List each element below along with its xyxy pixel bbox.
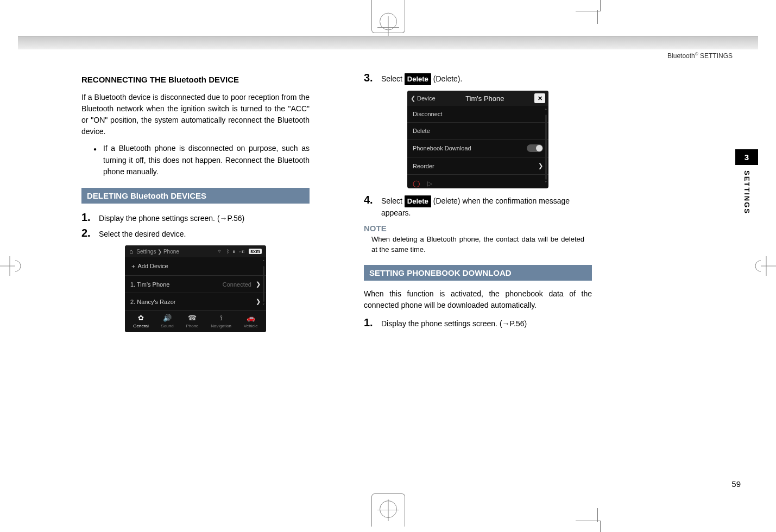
side-registration-left	[0, 250, 22, 282]
paragraph-reconnect: If a Bluetooth device is disconnected du…	[81, 92, 310, 137]
chevron-left-icon: ❮	[411, 95, 415, 102]
crop-mark	[597, 10, 607, 24]
home-icon[interactable]: ⌂	[129, 248, 133, 255]
scrollbar[interactable]: ˄˅	[544, 108, 547, 186]
tab-vehicle[interactable]: 🚗Vehicle	[244, 314, 258, 328]
gear-icon: ✿	[133, 314, 148, 322]
registration-cross-h-bottom	[377, 510, 399, 510]
note-body: When deleting a Bluetooth phone, the con…	[364, 233, 592, 255]
device-row-2[interactable]: 2. Nancy's Razor❯	[125, 293, 266, 311]
source-icon: ▷	[427, 180, 432, 187]
chevron-down-icon: ˅	[262, 303, 265, 308]
crop-mark	[576, 521, 601, 532]
chapter-number: 3	[735, 149, 758, 165]
bottom-bar-hint: ◯▷	[407, 175, 548, 188]
delete-button-label: Delete	[405, 73, 431, 85]
phone-icon: ☎	[186, 314, 198, 322]
registration-cross-v-bottom	[388, 499, 388, 521]
side-registration-right	[754, 250, 776, 282]
delete-button-label: Delete	[405, 195, 431, 207]
step-4: 4.Select Delete (Delete) when the confir…	[364, 194, 592, 219]
header-gradient	[18, 36, 758, 49]
chevron-right-icon: ❯	[256, 281, 261, 288]
heading-reconnecting: RECONNECTING THE Bluetooth DEVICE	[81, 75, 310, 84]
paragraph-phonebook: When this function is activated, the pho…	[364, 288, 592, 311]
step-1b: 1.Display the phone settings screen. (→P…	[364, 316, 592, 330]
chevron-up-icon: ˄	[262, 259, 265, 265]
chevron-right-icon: ❯	[256, 298, 261, 305]
chevron-right-icon: ❯	[538, 162, 543, 169]
screenshot-phone-settings: ⌂ Settings ❯ Phone ᯤ ᛒ ▮ ▫◧ sxm ＋ Add De…	[125, 245, 266, 332]
running-head: Bluetooth® SETTINGS	[667, 52, 733, 60]
tab-general[interactable]: ✿General	[133, 314, 148, 328]
tab-sound[interactable]: 🔊Sound	[161, 314, 174, 328]
heading-deleting: DELETING Bluetooth DEVICES	[81, 188, 310, 204]
heading-phonebook-download: SETTING PHONEBOOK DOWNLOAD	[364, 265, 592, 281]
breadcrumb: Settings ❯ Phone	[136, 249, 214, 255]
screenshot-device-menu: ❮Device Tim's Phone ✕ Disconnect Delete …	[407, 91, 548, 188]
close-button[interactable]: ✕	[534, 93, 545, 103]
left-column: RECONNECTING THE Bluetooth DEVICE If a B…	[81, 71, 310, 338]
car-icon: 🚗	[244, 314, 258, 322]
add-device-row[interactable]: ＋ Add Device	[125, 257, 266, 276]
registration-cross-h	[377, 27, 399, 28]
tab-navigation[interactable]: ⟟Navigation	[211, 314, 231, 328]
toggle-switch[interactable]	[527, 144, 543, 152]
page-number: 59	[731, 479, 741, 489]
step-3: 3.Select Delete (Delete).	[364, 72, 592, 85]
speaker-icon: 🔊	[161, 314, 174, 322]
reorder-row[interactable]: Reorder❯	[407, 157, 548, 175]
chevron-up-icon: ˄	[545, 108, 547, 113]
back-button[interactable]: ❮Device	[411, 95, 436, 102]
phonebook-download-row[interactable]: Phonebook Download	[407, 140, 548, 157]
disconnect-row[interactable]: Disconnect	[407, 106, 548, 123]
status-icons: ᯤ ᛒ ▮ ▫◧	[218, 249, 245, 254]
tab-phone[interactable]: ☎Phone	[186, 314, 198, 328]
nav-icon: ⟟	[211, 314, 231, 322]
chapter-label: SETTINGS	[743, 170, 751, 214]
note-heading: NOTE	[364, 224, 592, 233]
scrollbar[interactable]: ˄˅	[262, 259, 265, 308]
side-tab: 3 SETTINGS	[735, 149, 758, 214]
radio-icon: ◯	[413, 180, 420, 187]
step-1: 1.Display the phone settings screen. (→P…	[81, 211, 310, 225]
step-2: 2.Select the desired device.	[81, 227, 310, 240]
device-row-1[interactable]: 1. Tim's PhoneConnected❯	[125, 276, 266, 293]
bullet-reconnect-note: If a Bluetooth phone is disconnected on …	[103, 143, 310, 178]
right-column: 3.Select Delete (Delete). ❮Device Tim's …	[364, 69, 592, 332]
delete-row[interactable]: Delete	[407, 123, 548, 140]
device-title: Tim's Phone	[436, 94, 534, 103]
chevron-down-icon: ˅	[545, 181, 547, 186]
crop-mark	[597, 508, 607, 522]
sxm-badge: sxm	[249, 249, 262, 254]
